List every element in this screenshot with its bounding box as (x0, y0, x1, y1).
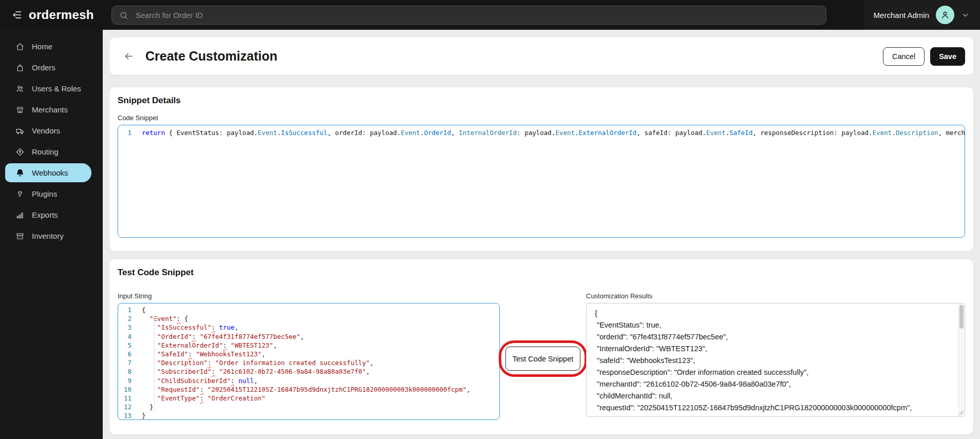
code-text: "Event": { (142, 314, 188, 323)
sidebar-item-vendors[interactable]: Vendors (0, 120, 103, 141)
sidebar-item-label: Plugins (32, 189, 57, 198)
resize-grip-icon[interactable] (958, 410, 964, 415)
bell-icon (15, 168, 25, 178)
page-header: Create Customization Cancel Save (109, 37, 973, 75)
search-bar (111, 6, 826, 25)
code-text: "SubscriberId": "261c6102-0b72-4506-9a84… (142, 367, 370, 376)
result-line: "orderId": "67fe4f31f8774ef577bec5ee", (595, 331, 950, 343)
snippet-details-heading: Snippet Details (118, 96, 965, 106)
snippet-details-section: Snippet Details Code Snippet 1return { E… (109, 87, 973, 251)
code-text: { (142, 306, 146, 314)
sidebar-item-label: Inventory (32, 232, 64, 240)
result-line: { (595, 308, 950, 319)
sidebar-item-home[interactable]: Home (0, 36, 103, 57)
sidebar-item-label: Merchants (32, 105, 68, 114)
input-string-editor[interactable]: 1{2 "Event": {3 "IsSuccessful": true,4 "… (118, 303, 500, 420)
sidebar: HomeOrdersUsers & RolesMerchantsVendorsR… (0, 30, 103, 439)
line-number: 1 (118, 306, 142, 314)
line-number: 1 (118, 128, 142, 138)
code-text: } (142, 403, 154, 411)
back-arrow-icon (123, 51, 134, 62)
store-icon (15, 105, 25, 114)
code-snippet-editor[interactable]: 1return { EventStatus: payload.Event.IsS… (118, 125, 965, 238)
result-line: "merchantId": "261c6102-0b72-4506-9a84-9… (595, 378, 950, 390)
code-text: "IsSuccessful": true, (142, 323, 238, 332)
home-icon (15, 42, 25, 51)
customization-results-label: Customization Results (586, 292, 965, 300)
user-menu[interactable]: Merchant Admin (864, 0, 980, 30)
result-line: "EventStatus": true, (595, 319, 950, 331)
result-line: "safeId": "WebhooksTest123", (595, 355, 950, 367)
sidebar-item-users-roles[interactable]: Users & Roles (0, 78, 103, 99)
line-number: 5 (118, 341, 142, 350)
test-row: Input String 1{2 "Event": {3 "IsSuccessf… (118, 292, 965, 420)
sidebar-item-label: Vendors (32, 126, 60, 135)
code-text: "EventType": "OrderCreation" (142, 394, 266, 403)
customization-results-column: Customization Results { "EventStatus": t… (586, 292, 965, 417)
sidebar-item-label: Webhooks (32, 168, 68, 177)
sidebar-item-webhooks[interactable]: Webhooks (5, 163, 91, 182)
code-line: 1return { EventStatus: payload.Event.IsS… (118, 128, 965, 138)
customization-results-output[interactable]: { "EventStatus": true, "orderId": "67fe4… (586, 303, 965, 417)
line-number: 13 (118, 411, 142, 420)
users-icon (15, 84, 25, 93)
line-number: 9 (118, 376, 142, 385)
test-code-snippet-heading: Test Code Snippet (118, 268, 965, 278)
page-title: Create Customization (145, 49, 277, 64)
line-number: 2 (118, 314, 142, 323)
route-icon (15, 147, 25, 157)
code-line: 12 } (118, 403, 499, 411)
line-number: 8 (118, 367, 142, 376)
code-text: "ExternalOrderId": "WBTEST123", (142, 341, 277, 350)
results-text: { "EventStatus": true, "orderId": "67fe4… (595, 308, 950, 417)
code-line: 4 "OrderId": "67fe4f31f8774ef577bec5ee", (118, 332, 499, 341)
annotation-highlight-ellipse: Test Code Snippet (499, 340, 587, 377)
code-line: 6 "SafeId": "WebhooksTest123", (118, 350, 499, 358)
input-string-column: Input String 1{2 "Event": {3 "IsSuccessf… (118, 292, 500, 420)
box-icon (15, 232, 25, 241)
sidebar-item-plugins[interactable]: Plugins (0, 183, 103, 204)
search-icon (119, 11, 128, 20)
chart-icon (15, 211, 25, 220)
result-line: "childMerchantId": null, (595, 390, 950, 402)
indent-guide (154, 314, 155, 410)
code-line: 5 "ExternalOrderId": "WBTEST123", (118, 341, 499, 350)
result-line: "responseDescription": "Order informatio… (595, 367, 950, 378)
code-line: 7 "Description": "Order information crea… (118, 358, 499, 367)
code-line: 9 "ChildSubscriberId": null, (118, 376, 499, 385)
code-line: 2 "Event": { (118, 314, 499, 323)
bag-icon (15, 63, 25, 72)
code-line: 8 "SubscriberId": "261c6102-0b72-4506-9a… (118, 367, 499, 376)
line-number: 4 (118, 332, 142, 341)
search-input[interactable] (135, 10, 819, 20)
code-text: "ChildSubscriberId": null, (142, 376, 258, 385)
result-line: "OrderEvent": "OrderCreation" (595, 414, 950, 417)
save-button[interactable]: Save (930, 47, 965, 66)
test-code-snippet-button[interactable]: Test Code Snippet (505, 347, 580, 371)
sidebar-item-orders[interactable]: Orders (0, 57, 103, 78)
code-line: 13} (118, 411, 499, 420)
cancel-button[interactable]: Cancel (883, 47, 925, 66)
menu-toggle-icon[interactable] (11, 9, 23, 21)
test-code-snippet-section: Test Code Snippet Input String 1{2 "Even… (109, 259, 973, 434)
code-line: 3 "IsSuccessful": true, (118, 323, 499, 332)
truck-icon (15, 126, 25, 136)
back-button[interactable] (123, 51, 134, 62)
line-number: 7 (118, 358, 142, 367)
line-number: 10 (118, 385, 142, 394)
input-string-label: Input String (118, 292, 500, 300)
scrollbar[interactable] (958, 304, 964, 416)
code-text: } (142, 411, 146, 420)
sidebar-item-inventory[interactable]: Inventory (0, 225, 103, 246)
line-number: 3 (118, 323, 142, 332)
sidebar-item-exports[interactable]: Exports (0, 204, 103, 225)
code-text: "Description": "Order information create… (142, 358, 374, 367)
person-icon (940, 10, 950, 20)
avatar (936, 6, 954, 24)
sidebar-item-label: Orders (32, 63, 55, 72)
sidebar-item-merchants[interactable]: Merchants (0, 99, 103, 120)
sidebar-item-routing[interactable]: Routing (0, 141, 103, 162)
scrollbar-thumb[interactable] (959, 305, 964, 329)
code-snippet-label: Code Snippet (118, 114, 965, 122)
chevron-down-icon (961, 11, 970, 20)
